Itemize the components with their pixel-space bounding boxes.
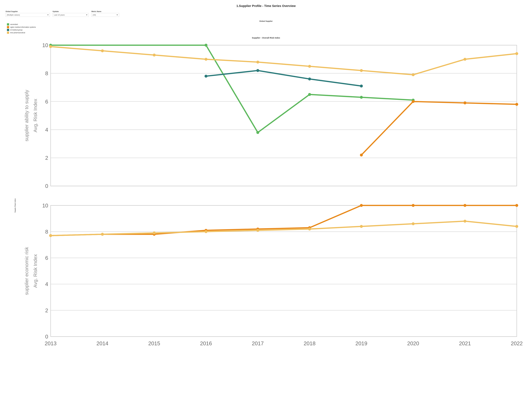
legend-item: teva pharmaceutical (7, 32, 526, 34)
svg-point-74 (49, 234, 52, 237)
svg-text:supplier economic risk: supplier economic risk (24, 247, 29, 295)
svg-text:2020: 2020 (407, 340, 419, 347)
svg-point-79 (308, 228, 311, 231)
svg-point-43 (308, 93, 311, 96)
svg-text:2: 2 (45, 155, 48, 161)
svg-point-48 (464, 101, 466, 104)
svg-point-83 (515, 225, 518, 228)
svg-point-49 (515, 103, 518, 106)
svg-point-59 (308, 65, 311, 68)
svg-text:2017: 2017 (252, 340, 264, 347)
svg-text:supplier ability to supply: supplier ability to supply (24, 90, 29, 141)
svg-point-42 (256, 131, 259, 134)
svg-point-50 (204, 75, 207, 77)
global-supplier-select[interactable]: (Multiple values)ascendantegton medical … (6, 13, 50, 17)
legend-swatch (7, 23, 9, 26)
metric-name-label: Metric Name (91, 10, 119, 12)
svg-point-73 (515, 204, 518, 207)
svg-text:8: 8 (45, 229, 48, 235)
chart-container: Supplier - Overall Risk Index Supply Cha… (6, 37, 526, 370)
svg-point-70 (360, 204, 363, 207)
svg-rect-25 (51, 205, 517, 337)
svg-point-51 (256, 69, 259, 72)
svg-text:2016: 2016 (200, 340, 212, 347)
svg-text:8: 8 (45, 70, 48, 76)
svg-point-62 (464, 58, 466, 61)
metric-name-select[interactable]: (All)supplier ability to supplysupplier … (91, 13, 119, 17)
page-title: 1.Supplier Profile - Time Series Overvie… (6, 4, 526, 8)
svg-point-41 (204, 44, 207, 47)
svg-point-52 (308, 77, 311, 80)
legend-swatch (7, 26, 9, 28)
legend-label: ascendant (10, 23, 18, 25)
legend-section: Global Supplier ascendantegton medical i… (6, 20, 526, 34)
global-supplier-filter: Global Supplier (Multiple values)ascenda… (6, 10, 50, 17)
svg-rect-24 (51, 45, 517, 186)
svg-point-82 (464, 220, 466, 223)
chart-title: Supplier - Overall Risk Index (6, 37, 526, 39)
svg-point-60 (360, 69, 363, 72)
svg-text:0: 0 (45, 334, 48, 340)
legend-item: ascendant (7, 23, 526, 26)
svg-point-71 (412, 204, 415, 207)
svg-text:4: 4 (45, 281, 48, 287)
svg-text:2021: 2021 (459, 340, 471, 347)
legend-label: egton medical information systems (10, 26, 36, 28)
svg-point-63 (515, 52, 518, 55)
filters-bar: Global Supplier (Multiple values)ascenda… (6, 10, 526, 17)
svg-point-58 (256, 60, 259, 63)
legend-swatch (7, 29, 9, 31)
svg-text:2013: 2013 (45, 340, 57, 347)
kpidate-select[interactable]: Last 10 yearsLast 5 yearsLast 3 yearsAll… (53, 13, 89, 17)
svg-point-80 (360, 225, 363, 228)
metric-name-filter: Metric Name (All)supplier ability to sup… (91, 10, 119, 17)
svg-point-72 (464, 204, 466, 207)
svg-text:2014: 2014 (96, 340, 108, 347)
svg-text:6: 6 (45, 255, 48, 261)
legend-item: egton medical information systems (7, 26, 526, 28)
svg-point-47 (412, 100, 415, 103)
svg-text:6: 6 (45, 99, 48, 105)
svg-text:0: 0 (45, 183, 48, 189)
svg-text:Avg. Risk Index: Avg. Risk Index (33, 99, 38, 132)
svg-text:2018: 2018 (304, 340, 316, 347)
legend-item: id medical group (7, 29, 526, 31)
svg-point-55 (101, 49, 104, 52)
svg-text:4: 4 (45, 127, 48, 133)
svg-point-53 (360, 85, 363, 87)
svg-text:2022: 2022 (511, 340, 523, 347)
svg-point-61 (412, 73, 415, 76)
main-chart: 0246810024681020132014201520162017201820… (17, 40, 526, 370)
svg-point-76 (153, 231, 156, 234)
svg-text:Avg. Risk Index: Avg. Risk Index (33, 254, 38, 288)
svg-point-81 (412, 222, 415, 225)
svg-text:2: 2 (45, 308, 48, 313)
svg-point-77 (204, 230, 207, 233)
kpidate-label: Kpidate (53, 10, 89, 12)
svg-point-57 (204, 58, 207, 61)
supply-chain-index-label: Supply Chain Index (14, 198, 16, 212)
svg-point-56 (153, 54, 156, 57)
svg-point-78 (256, 229, 259, 232)
svg-text:2015: 2015 (148, 340, 160, 347)
kpidate-filter: Kpidate Last 10 yearsLast 5 yearsLast 3 … (53, 10, 89, 17)
global-supplier-label: Global Supplier (6, 10, 50, 12)
legend-title: Global Supplier (6, 20, 526, 22)
legend-swatch (7, 32, 9, 34)
svg-text:2019: 2019 (355, 340, 367, 347)
legend-items: ascendantegton medical information syste… (7, 23, 526, 34)
svg-point-46 (360, 154, 363, 156)
svg-point-75 (101, 233, 104, 236)
svg-point-44 (360, 96, 363, 99)
svg-point-54 (49, 45, 52, 48)
legend-label: teva pharmaceutical (10, 32, 25, 34)
svg-text:10: 10 (42, 42, 48, 48)
legend-label: id medical group (10, 29, 22, 31)
svg-text:10: 10 (42, 202, 48, 209)
